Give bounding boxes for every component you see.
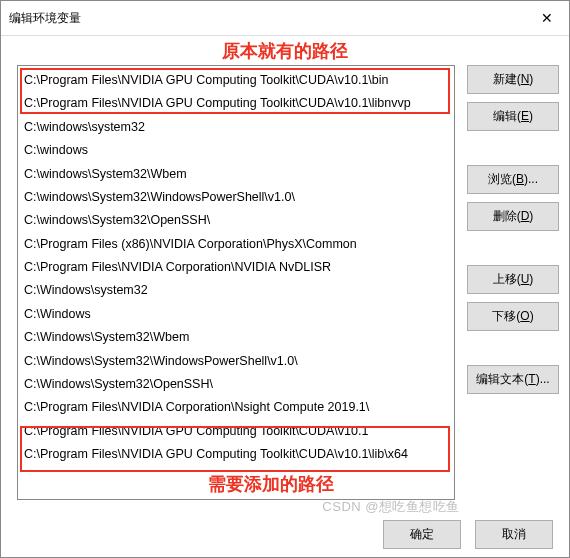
new-button-label: 新建(N) <box>493 72 534 86</box>
list-item[interactable]: C:\Program Files\NVIDIA Corporation\NVID… <box>22 256 450 279</box>
list-item[interactable]: C:\Program Files\NVIDIA GPU Computing To… <box>22 92 450 115</box>
movedown-button-label: 下移(O) <box>492 309 533 323</box>
cancel-button[interactable]: 取消 <box>475 520 553 549</box>
movedown-button[interactable]: 下移(O) <box>467 302 559 331</box>
list-item[interactable]: C:\windows\System32\WindowsPowerShell\v1… <box>22 186 450 209</box>
moveup-button-label: 上移(U) <box>493 272 534 286</box>
list-item[interactable]: C:\windows\System32\Wbem <box>22 163 450 186</box>
window-title: 编辑环境变量 <box>9 10 81 27</box>
list-item[interactable]: C:\Program Files\NVIDIA GPU Computing To… <box>22 69 450 92</box>
browse-button[interactable]: 浏览(B)... <box>467 165 559 194</box>
moveup-button[interactable]: 上移(U) <box>467 265 559 294</box>
new-button[interactable]: 新建(N) <box>467 65 559 94</box>
titlebar: 编辑环境变量 ✕ <box>1 1 569 36</box>
list-item[interactable]: C:\Windows <box>22 303 450 326</box>
close-button[interactable]: ✕ <box>524 5 569 31</box>
delete-button-label: 删除(D) <box>493 209 534 223</box>
list-item[interactable]: C:\windows <box>22 139 450 162</box>
browse-button-label: 浏览(B)... <box>488 172 538 186</box>
list-item[interactable]: C:\Windows\system32 <box>22 279 450 302</box>
delete-button[interactable]: 删除(D) <box>467 202 559 231</box>
list-item[interactable]: C:\windows\system32 <box>22 116 450 139</box>
path-listbox[interactable]: C:\Program Files\NVIDIA GPU Computing To… <box>17 65 455 500</box>
dialog-footer: 确定 取消 <box>1 508 569 558</box>
side-button-panel: 新建(N) 编辑(E) 浏览(B)... 删除(D) 上移(U) 下移(O) 编… <box>467 65 559 500</box>
close-icon: ✕ <box>541 10 553 26</box>
list-item[interactable]: C:\Windows\System32\OpenSSH\ <box>22 373 450 396</box>
list-item[interactable]: C:\Program Files\NVIDIA Corporation\Nsig… <box>22 396 450 419</box>
ok-button[interactable]: 确定 <box>383 520 461 549</box>
list-item[interactable]: C:\Program Files\NVIDIA GPU Computing To… <box>22 443 450 466</box>
edit-button[interactable]: 编辑(E) <box>467 102 559 131</box>
list-item[interactable]: C:\Windows\System32\Wbem <box>22 326 450 349</box>
annotation-added-paths: 需要添加的路径 <box>92 472 450 496</box>
edittext-button-label: 编辑文本(T)... <box>476 372 549 386</box>
edit-button-label: 编辑(E) <box>493 109 533 123</box>
list-item[interactable]: C:\Windows\System32\WindowsPowerShell\v1… <box>22 350 450 373</box>
list-item[interactable]: C:\windows\System32\OpenSSH\ <box>22 209 450 232</box>
dialog-window: 编辑环境变量 ✕ 原本就有的路径 C:\Program Files\NVIDIA… <box>0 0 570 558</box>
list-item[interactable]: C:\Program Files (x86)\NVIDIA Corporatio… <box>22 233 450 256</box>
content-area: C:\Program Files\NVIDIA GPU Computing To… <box>1 65 569 508</box>
annotation-original-paths: 原本就有的路径 <box>1 39 569 63</box>
edittext-button[interactable]: 编辑文本(T)... <box>467 365 559 394</box>
list-item[interactable]: C:\Program Files\NVIDIA GPU Computing To… <box>22 420 450 443</box>
